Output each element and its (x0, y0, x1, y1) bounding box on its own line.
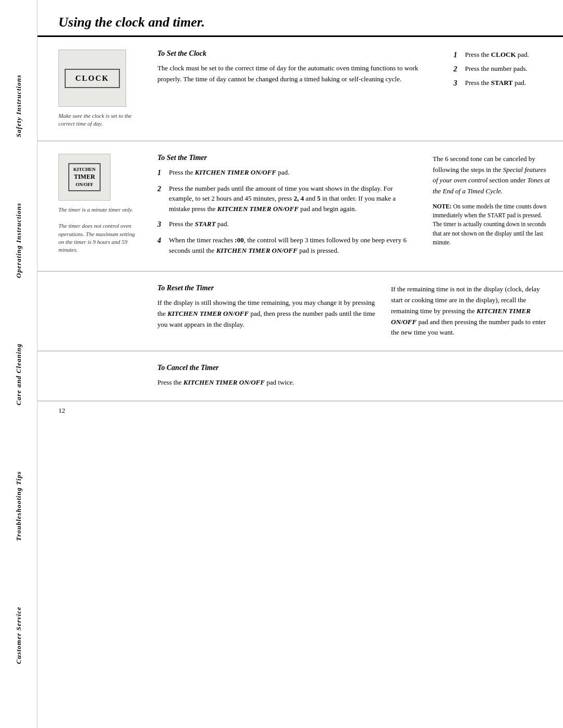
cancel-body: To Cancel the Timer Press the KITCHEN TI… (147, 364, 563, 388)
page-wrapper: Safety Instructions Operating Instructio… (0, 0, 563, 728)
timer-body-col: To Set the Timer 1 Press the KITCHEN TIM… (147, 154, 427, 259)
sidebar-label-customer: Customer Service (15, 607, 23, 664)
main-content: Using the clock and timer. CLOCK Make su… (38, 0, 563, 728)
timer-step-num-2: 2 (157, 183, 166, 194)
timer-step-text-3: Press the START pad. (169, 219, 417, 229)
timer-caption-line2: The timer does not control oven operatio… (58, 222, 137, 254)
timer-step-num-3: 3 (157, 219, 166, 230)
timer-image-box: KITCHEN TIMER ON/OFF (58, 154, 111, 201)
step-num-3: 3 (454, 78, 462, 89)
page-title: Using the clock and timer. (58, 15, 542, 30)
clock-heading: To Set the Clock (157, 50, 438, 58)
timer-line3: ON/OFF (74, 181, 96, 188)
sidebar-label-safety: Safety Instructions (15, 75, 23, 138)
reset-body-right: If the remaining time is not in the disp… (391, 284, 547, 338)
clock-image-box: CLOCK (58, 50, 126, 107)
cancel-heading: To Cancel the Timer (157, 364, 553, 372)
cancel-section: To Cancel the Timer Press the KITCHEN TI… (38, 351, 563, 401)
timer-line1: KITCHEN (74, 166, 96, 173)
reset-body-left: If the display is still showing the time… (157, 298, 375, 330)
clock-body-text: The clock must be set to the correct tim… (157, 63, 438, 85)
reset-spacer (38, 284, 147, 338)
timer-image-col: KITCHEN TIMER ON/OFF The timer is a minu… (38, 154, 147, 259)
timer-line2: TIMER (74, 172, 96, 181)
timer-right-text: The 6 second tone can be canceled by fol… (433, 154, 553, 197)
clock-step-1: 1 Press the CLOCK pad. (454, 50, 547, 60)
timer-step-num-1: 1 (157, 167, 166, 178)
timer-right-col: The 6 second tone can be canceled by fol… (427, 154, 563, 259)
sidebar-label-operating: Operating Instructions (15, 203, 23, 278)
step-text-2: Press the number pads. (465, 64, 547, 74)
timer-step-text-2: Press the number pads until the amount o… (169, 183, 417, 214)
step-text-1: Press the CLOCK pad. (465, 50, 547, 60)
timer-step-1: 1 Press the KITCHEN TIMER ON/OFF pad. (157, 167, 417, 178)
timer-step-text-1: Press the KITCHEN TIMER ON/OFF pad. (169, 167, 417, 178)
timer-steps-list: 1 Press the KITCHEN TIMER ON/OFF pad. 2 … (157, 167, 417, 256)
clock-step-3: 3 Press the START pad. (454, 78, 547, 89)
clock-body-col: To Set the Clock The clock must be set t… (147, 50, 448, 128)
page-title-section: Using the clock and timer. (38, 0, 563, 37)
reset-section: To Reset the Timer If the display is sti… (38, 272, 563, 351)
clock-inner-label: CLOCK (65, 69, 119, 88)
clock-section: CLOCK Make sure the clock is set to the … (38, 37, 563, 141)
sidebar: Safety Instructions Operating Instructio… (0, 0, 38, 728)
step-num-2: 2 (454, 64, 462, 75)
timer-step-2: 2 Press the number pads until the amount… (157, 183, 417, 214)
step-text-3: Press the START pad. (465, 78, 547, 88)
timer-caption-line1: The timer is a minute timer only. (58, 206, 133, 214)
timer-section: KITCHEN TIMER ON/OFF The timer is a minu… (38, 141, 563, 272)
sidebar-label-troubleshooting: Troubleshooting Tips (15, 471, 23, 541)
timer-step-num-4: 4 (157, 235, 166, 246)
step-num-1: 1 (454, 50, 462, 60)
reset-right-col: If the remaining time is not in the disp… (386, 284, 563, 338)
reset-body-col: To Reset the Timer If the display is sti… (147, 284, 386, 338)
timer-inner-label: KITCHEN TIMER ON/OFF (68, 163, 101, 191)
clock-image-col: CLOCK Make sure the clock is set to the … (38, 50, 147, 128)
clock-step-2: 2 Press the number pads. (454, 64, 547, 75)
timer-step-4: 4 When the timer reaches :00, the contro… (157, 235, 417, 255)
reset-heading: To Reset the Timer (157, 284, 375, 292)
cancel-body-text: Press the KITCHEN TIMER ON/OFF pad twice… (157, 377, 553, 388)
timer-step-3: 3 Press the START pad. (157, 219, 417, 230)
sidebar-label-care: Care and Cleaning (15, 343, 23, 405)
clock-right-col: 1 Press the CLOCK pad. 2 Press the numbe… (448, 50, 563, 128)
page-number: 12 (38, 401, 563, 420)
clock-steps-list: 1 Press the CLOCK pad. 2 Press the numbe… (454, 50, 547, 89)
timer-heading: To Set the Timer (157, 154, 417, 162)
clock-caption: Make sure the clock is set to the correc… (58, 112, 137, 128)
cancel-spacer (38, 364, 147, 388)
timer-note: NOTE: On some models the time counts dow… (433, 202, 553, 247)
timer-step-text-4: When the timer reaches :00, the control … (169, 235, 417, 255)
